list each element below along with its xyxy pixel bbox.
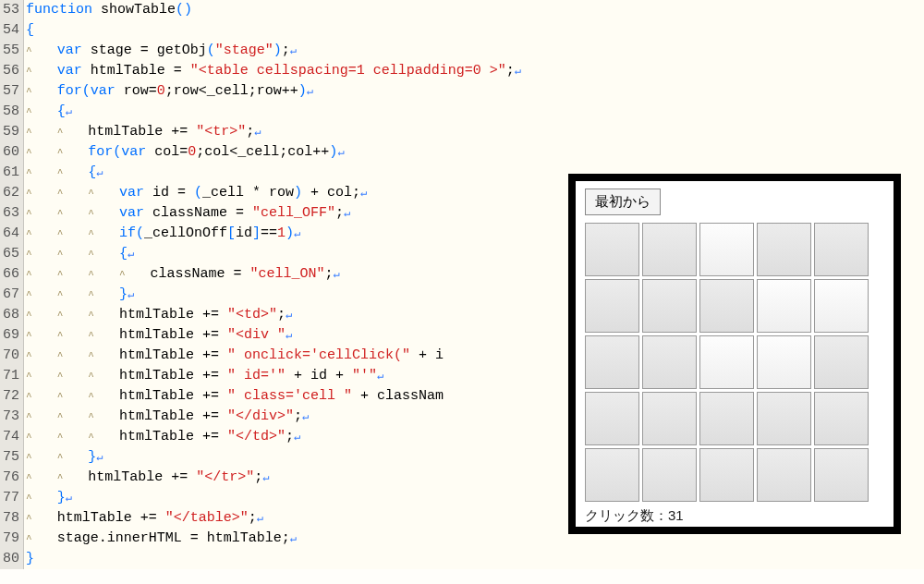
line-number: 54: [0, 20, 19, 41]
grid-cell[interactable]: [585, 448, 639, 502]
line-number: 73: [0, 407, 19, 427]
line-number: 56: [0, 61, 19, 81]
line-number: 67: [0, 285, 19, 305]
click-count-value: 31: [668, 507, 684, 523]
grid-cell[interactable]: [585, 223, 639, 276]
code-line: ^ var stage = getObj("stage");↵: [26, 41, 924, 61]
grid-cell[interactable]: [814, 448, 869, 502]
cell-grid: [585, 223, 884, 502]
line-number: 71: [0, 366, 19, 386]
line-number-gutter: 5354555657585960616263646566676869707172…: [0, 0, 24, 569]
grid-cell[interactable]: [642, 392, 697, 445]
grid-cell[interactable]: [642, 335, 697, 389]
line-number: 78: [0, 508, 19, 529]
click-count: クリック数：31: [585, 507, 884, 525]
grid-cell[interactable]: [814, 279, 869, 333]
code-line: function showTable(): [26, 0, 924, 20]
line-number: 53: [0, 0, 19, 20]
grid-cell[interactable]: [757, 279, 811, 333]
code-line: ^ ^ htmlTable += "<tr>";↵: [26, 122, 924, 142]
click-count-label: クリック数：: [585, 507, 668, 523]
line-number: 74: [0, 427, 19, 447]
line-number: 79: [0, 529, 19, 549]
grid-cell[interactable]: [757, 448, 811, 502]
grid-cell[interactable]: [585, 392, 639, 445]
code-line: ^ var htmlTable = "<table cellspacing=1 …: [26, 61, 924, 81]
code-line: ^ {↵: [26, 102, 924, 122]
code-line: {: [26, 20, 924, 41]
line-number: 75: [0, 447, 19, 468]
grid-cell[interactable]: [699, 223, 754, 276]
code-line: ^ for(var row=0;row<_cell;row++)↵: [26, 81, 924, 102]
grid-cell[interactable]: [814, 392, 869, 445]
line-number: 72: [0, 386, 19, 407]
line-number: 61: [0, 163, 19, 183]
line-number: 76: [0, 468, 19, 488]
line-number: 69: [0, 325, 19, 346]
line-number: 70: [0, 346, 19, 366]
grid-cell[interactable]: [699, 279, 754, 333]
line-number: 66: [0, 264, 19, 285]
grid-cell[interactable]: [642, 448, 697, 502]
grid-cell[interactable]: [757, 223, 811, 276]
code-line: ^ ^ for(var col=0;col<_cell;col++)↵: [26, 142, 924, 163]
grid-cell[interactable]: [757, 392, 811, 445]
line-number: 63: [0, 203, 19, 224]
line-number: 77: [0, 488, 19, 508]
line-number: 62: [0, 183, 19, 203]
grid-cell[interactable]: [585, 335, 639, 389]
line-number: 60: [0, 142, 19, 163]
line-number: 57: [0, 81, 19, 102]
line-number: 55: [0, 41, 19, 61]
line-number: 80: [0, 549, 19, 569]
line-number: 65: [0, 244, 19, 264]
grid-cell[interactable]: [757, 335, 811, 389]
grid-cell[interactable]: [642, 279, 697, 333]
line-number: 58: [0, 102, 19, 122]
grid-cell[interactable]: [699, 335, 754, 389]
reset-button[interactable]: 最初から: [585, 189, 661, 215]
line-number: 68: [0, 305, 19, 325]
game-preview-panel: 最初から クリック数：31: [568, 174, 901, 534]
grid-cell[interactable]: [642, 223, 697, 276]
grid-cell[interactable]: [814, 335, 869, 389]
grid-cell[interactable]: [585, 279, 639, 333]
line-number: 64: [0, 224, 19, 244]
code-line: }: [26, 549, 924, 569]
grid-cell[interactable]: [699, 448, 754, 502]
line-number: 59: [0, 122, 19, 142]
grid-cell[interactable]: [814, 223, 869, 276]
grid-cell[interactable]: [699, 392, 754, 445]
